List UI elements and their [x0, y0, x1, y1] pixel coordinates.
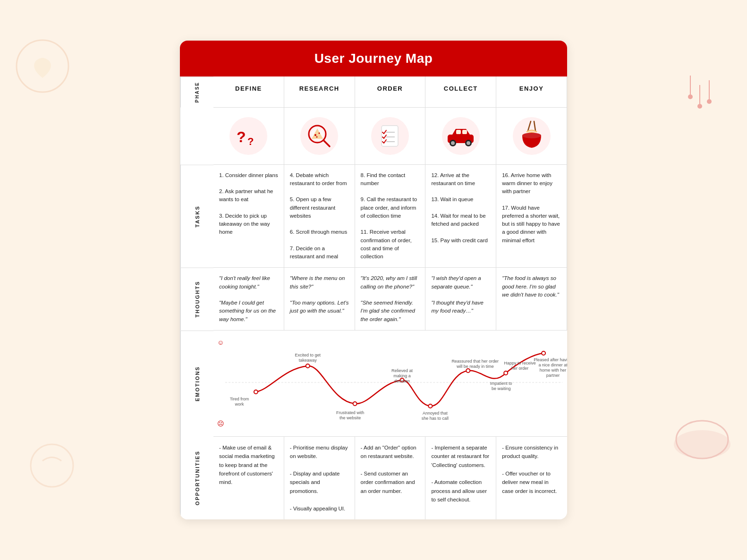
- emotions-chart: ☺ ☹ Tired from: [213, 331, 567, 437]
- svg-point-14: [314, 134, 316, 136]
- phase-collect-icon: [425, 108, 496, 165]
- svg-rect-23: [456, 130, 461, 134]
- map-title: User Journey Map: [199, 51, 548, 66]
- opps-research: - Prioritise menu display on website. - …: [284, 437, 355, 519]
- svg-point-36: [306, 364, 310, 368]
- opps-collect: - Implement a separate counter at restau…: [425, 437, 496, 519]
- journey-table: PHASE DEFINE RESEARCH ORDER COLLECT ENJO…: [180, 76, 567, 519]
- phase-research-icon: [284, 108, 355, 165]
- emotions-label: EMOTIONS: [180, 331, 213, 437]
- svg-point-39: [428, 404, 432, 408]
- svg-text:Tired from: Tired from: [230, 397, 249, 401]
- opps-define: - Make use of email & social media marke…: [213, 437, 284, 519]
- svg-text:Happy to receive: Happy to receive: [504, 361, 535, 365]
- svg-point-7: [674, 430, 730, 458]
- thoughts-research: "Where is the menu on this site?" "Too m…: [284, 268, 355, 331]
- opportunities-label: OPPORTUNITIES: [180, 437, 213, 519]
- svg-point-9: [31, 444, 73, 487]
- svg-text:she has to call: she has to call: [422, 416, 449, 421]
- svg-line-17: [323, 140, 330, 146]
- svg-point-40: [466, 369, 470, 373]
- svg-point-31: [522, 133, 541, 138]
- svg-text:home with her: home with her: [540, 368, 566, 373]
- tasks-define: 1. Consider dinner plans 2. Ask partner …: [213, 165, 284, 268]
- thoughts-define: "I don't really feel like cooking tonigh…: [213, 268, 284, 331]
- svg-point-4: [697, 104, 702, 109]
- thoughts-order: "It's 2020, why am I still calling on th…: [355, 268, 426, 331]
- svg-line-29: [528, 121, 531, 131]
- svg-point-0: [17, 40, 68, 92]
- col-define: DEFINE: [213, 76, 284, 107]
- svg-text:?: ?: [247, 136, 254, 147]
- thoughts-label: THOUGHTS: [180, 268, 213, 331]
- svg-rect-24: [462, 130, 467, 134]
- thoughts-enjoy: "The food is always so good here. I'm so…: [496, 268, 567, 331]
- svg-point-8: [676, 421, 728, 458]
- svg-point-28: [467, 141, 470, 145]
- svg-point-16: [316, 136, 318, 137]
- tasks-enjoy: 16. Arrive home with warm dinner to enjo…: [496, 165, 567, 268]
- svg-point-15: [319, 132, 320, 134]
- journey-map-container: User Journey Map PHASE DEFINE RESEARCH O…: [180, 41, 567, 519]
- svg-text:Reassured that her order: Reassured that her order: [451, 359, 499, 364]
- svg-point-42: [542, 351, 545, 355]
- tasks-research: 4. Debate which restaurant to order from…: [284, 165, 355, 268]
- svg-text:?: ?: [237, 128, 246, 145]
- svg-text:work: work: [234, 402, 244, 407]
- svg-text:a nice dinner at: a nice dinner at: [538, 363, 567, 367]
- svg-text:be waiting: be waiting: [492, 386, 510, 391]
- svg-text:will be ready in time: will be ready in time: [456, 364, 494, 369]
- svg-text:Frustrated with: Frustrated with: [336, 410, 364, 415]
- svg-text:Annoyed that: Annoyed that: [423, 411, 448, 416]
- svg-point-26: [451, 141, 455, 145]
- svg-text:Impatient to: Impatient to: [490, 381, 512, 386]
- svg-text:Excited to get: Excited to get: [295, 353, 321, 357]
- svg-text:partner: partner: [546, 373, 560, 378]
- opps-order: - Add an "Order" option on restaurant we…: [355, 437, 426, 519]
- tasks-order: 8. Find the contact number 9. Call the r…: [355, 165, 426, 268]
- svg-point-6: [707, 99, 712, 104]
- svg-text:☺: ☺: [217, 339, 224, 346]
- svg-point-41: [504, 371, 508, 375]
- phase-label: PHASE: [180, 76, 213, 107]
- col-order: ORDER: [355, 76, 426, 107]
- svg-text:takeaway: takeaway: [299, 358, 317, 363]
- col-collect: COLLECT: [425, 76, 496, 107]
- tasks-label: TASKS: [180, 165, 213, 268]
- svg-text:☹: ☹: [217, 420, 224, 427]
- svg-point-2: [688, 94, 693, 99]
- svg-point-35: [254, 390, 258, 394]
- svg-line-30: [534, 121, 535, 131]
- svg-text:her order: her order: [511, 366, 528, 371]
- svg-text:the website: the website: [340, 416, 361, 420]
- svg-text:Pleased after having: Pleased after having: [534, 357, 567, 362]
- map-header: User Journey Map: [180, 41, 567, 76]
- opps-enjoy: - Ensure consistency in product quality.…: [496, 437, 567, 519]
- phase-define-icon: ? ?: [213, 108, 284, 165]
- svg-text:making a: making a: [393, 373, 410, 378]
- tasks-collect: 12. Arrive at the restaurant on time 13.…: [425, 165, 496, 268]
- phase-enjoy-icon: [496, 108, 567, 165]
- svg-text:Relieved at: Relieved at: [391, 368, 413, 373]
- col-research: RESEARCH: [284, 76, 355, 107]
- col-enjoy: ENJOY: [496, 76, 567, 107]
- phase-order-icon: [355, 108, 426, 165]
- thoughts-collect: "I wish they'd open a separate queue." "…: [425, 268, 496, 331]
- svg-point-37: [353, 402, 357, 406]
- svg-text:decision: decision: [394, 379, 410, 383]
